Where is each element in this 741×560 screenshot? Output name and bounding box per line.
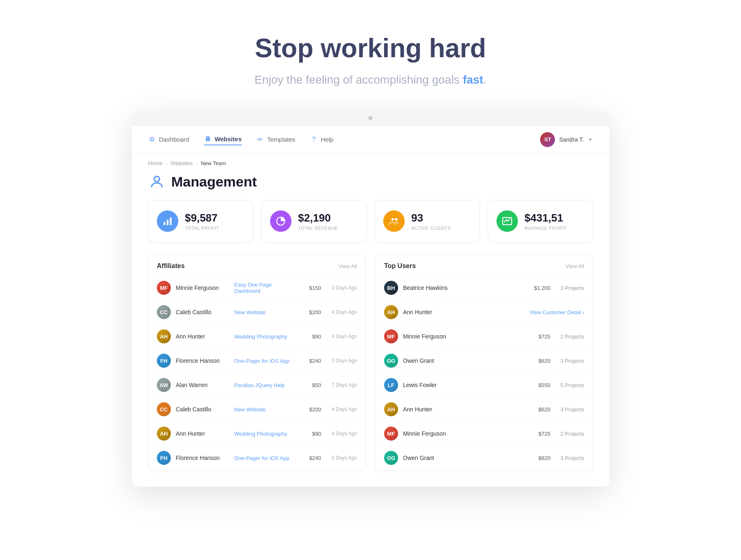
view-customer-link[interactable]: View Customer Detail › bbox=[529, 309, 584, 315]
affiliate-link[interactable]: Wedding Photography bbox=[234, 334, 296, 340]
breadcrumb-arrow-2: › bbox=[196, 161, 198, 166]
user-name: Ann Hunter bbox=[403, 406, 457, 413]
avatar: AH bbox=[157, 329, 171, 343]
templates-icon: ✏ bbox=[256, 136, 264, 143]
nav-item-templates[interactable]: ✏ Templates bbox=[256, 134, 295, 145]
avatar: MF bbox=[384, 427, 398, 441]
affiliate-date: 4 Days Ago bbox=[326, 406, 357, 412]
help-icon: ? bbox=[310, 136, 317, 143]
affiliate-name: Minnie Ferguson bbox=[176, 285, 229, 291]
nav-username: Sandra T. bbox=[559, 136, 584, 143]
stat-value-clients: 93 bbox=[411, 212, 451, 224]
nav-label-templates: Templates bbox=[267, 136, 295, 143]
affiliate-date: 4 Days Ago bbox=[326, 431, 357, 436]
hero-subtitle: Enjoy the feeling of accomplishing goals… bbox=[0, 73, 741, 86]
nav-item-help[interactable]: ? Help bbox=[310, 134, 333, 145]
breadcrumb-arrow-1: › bbox=[166, 161, 168, 166]
affiliate-date: 5 Days Ago bbox=[326, 358, 357, 364]
avatar: OG bbox=[384, 354, 398, 368]
stat-label-avg-profit: AVERAGE PROFIT bbox=[524, 226, 567, 231]
avatar: AW bbox=[157, 378, 171, 392]
breadcrumb-websites[interactable]: Websites bbox=[171, 160, 193, 166]
affiliate-link[interactable]: Wedding Photography bbox=[234, 431, 296, 437]
user-projects: 3 Projects bbox=[555, 455, 584, 461]
user-amount: $725 bbox=[530, 431, 550, 437]
list-item: FH Florence Hanson One-Pager for iOS App… bbox=[149, 349, 365, 373]
svg-rect-3 bbox=[170, 217, 171, 225]
avatar-img: ST bbox=[540, 132, 555, 147]
revenue-icon bbox=[270, 210, 291, 232]
stat-card-clients: 93 ACTIVE CLIENTS bbox=[375, 200, 480, 242]
affiliate-name: Ann Hunter bbox=[176, 333, 229, 340]
avatar: MF bbox=[384, 329, 398, 343]
affiliate-amount: $200 bbox=[301, 406, 321, 413]
user-amount: $1,200 bbox=[530, 285, 550, 291]
affiliate-link[interactable]: New Website bbox=[234, 406, 296, 413]
websites-icon: 🖥 bbox=[204, 135, 211, 143]
user-name: Owen Grant bbox=[403, 455, 457, 461]
affiliate-amount: $90 bbox=[301, 431, 321, 437]
avatar: BH bbox=[384, 281, 398, 295]
nav-label-help: Help bbox=[321, 136, 333, 143]
breadcrumb: Home › Websites › New Team bbox=[132, 154, 609, 170]
stat-info-profit: $9,587 TOTAL PROFIT bbox=[185, 212, 219, 230]
avatar: CC bbox=[157, 305, 171, 319]
list-item: OG Owen Grant $620 3 Projects bbox=[376, 349, 592, 373]
page-title: Management bbox=[171, 174, 257, 190]
top-users-view-all[interactable]: View All bbox=[566, 263, 584, 269]
affiliates-view-all[interactable]: View All bbox=[338, 263, 357, 269]
svg-point-5 bbox=[391, 218, 394, 221]
affiliate-name: Caleb Castillo bbox=[176, 406, 229, 413]
affiliate-amount: $240 bbox=[301, 358, 321, 364]
avatar: CC bbox=[157, 402, 171, 416]
breadcrumb-home[interactable]: Home bbox=[148, 160, 163, 166]
list-item: AH Ann Hunter Wedding Photography $90 4 … bbox=[149, 324, 365, 349]
dashboard-icon: ⚙ bbox=[148, 136, 156, 143]
stat-info-avg-profit: $431,51 AVERAGE PROFIT bbox=[524, 212, 567, 230]
profit-icon bbox=[157, 210, 178, 232]
stats-row: $9,587 TOTAL PROFIT $2,190 TOTAL REVENUE bbox=[132, 200, 609, 254]
user-name: Minnie Ferguson bbox=[403, 333, 457, 340]
stat-value-revenue: $2,190 bbox=[298, 212, 338, 224]
hero-title: Stop working hard bbox=[0, 33, 741, 63]
affiliate-link[interactable]: Easy One Page Dashboard bbox=[234, 282, 296, 294]
affiliate-amount: $90 bbox=[301, 334, 321, 340]
user-projects: 2 Projects bbox=[555, 334, 584, 340]
user-projects: 3 Projects bbox=[555, 406, 584, 413]
affiliate-name: Alan Warren bbox=[176, 382, 229, 388]
avatar: FH bbox=[157, 354, 171, 368]
affiliate-link[interactable]: One-Pager for iOS App bbox=[234, 358, 296, 364]
affiliate-link[interactable]: New Website bbox=[234, 309, 296, 315]
dropdown-icon: ▼ bbox=[588, 137, 593, 142]
user-amount: $620 bbox=[530, 406, 550, 413]
hero-section: Stop working hard Enjoy the feeling of a… bbox=[0, 0, 741, 111]
list-item: AH Ann Hunter Wedding Photography $90 4 … bbox=[149, 422, 365, 446]
affiliate-link[interactable]: One-Pager for iOS App bbox=[234, 455, 296, 461]
app-window: ⚙ Dashboard 🖥 Websites ✏ Templates ? Hel… bbox=[132, 111, 609, 487]
affiliates-title: Affiliates bbox=[157, 262, 185, 270]
affiliates-panel: Affiliates View All MF Minnie Ferguson E… bbox=[148, 254, 366, 470]
browser-dot bbox=[368, 116, 373, 120]
avatar: ST bbox=[540, 132, 555, 147]
stat-value-profit: $9,587 bbox=[185, 212, 219, 224]
affiliate-link[interactable]: Parallax JQuery Help bbox=[234, 382, 296, 388]
nav-items: ⚙ Dashboard 🖥 Websites ✏ Templates ? Hel… bbox=[148, 134, 540, 145]
page-header: Management bbox=[132, 170, 609, 200]
avatar: OG bbox=[384, 451, 398, 465]
nav-user[interactable]: ST Sandra T. ▼ bbox=[540, 132, 593, 147]
user-projects: 3 Projects bbox=[555, 285, 584, 291]
top-users-header: Top Users View All bbox=[376, 255, 592, 276]
stat-label-profit: TOTAL PROFIT bbox=[185, 226, 219, 231]
top-users-title: Top Users bbox=[384, 262, 416, 270]
affiliate-date: 4 Days Ago bbox=[326, 334, 357, 339]
affiliate-name: Florence Hanson bbox=[176, 455, 229, 461]
nav-item-websites[interactable]: 🖥 Websites bbox=[204, 134, 242, 145]
affiliate-date: 3 Days Ago bbox=[326, 285, 357, 291]
affiliate-date: 7 Days Ago bbox=[326, 382, 357, 388]
nav-item-dashboard[interactable]: ⚙ Dashboard bbox=[148, 134, 189, 145]
user-name: Minnie Ferguson bbox=[403, 430, 457, 437]
user-name: Beatrice Hawkins bbox=[403, 285, 457, 291]
user-projects: 3 Projects bbox=[555, 358, 584, 364]
user-amount: $550 bbox=[530, 382, 550, 388]
user-name: Owen Grant bbox=[403, 357, 457, 364]
